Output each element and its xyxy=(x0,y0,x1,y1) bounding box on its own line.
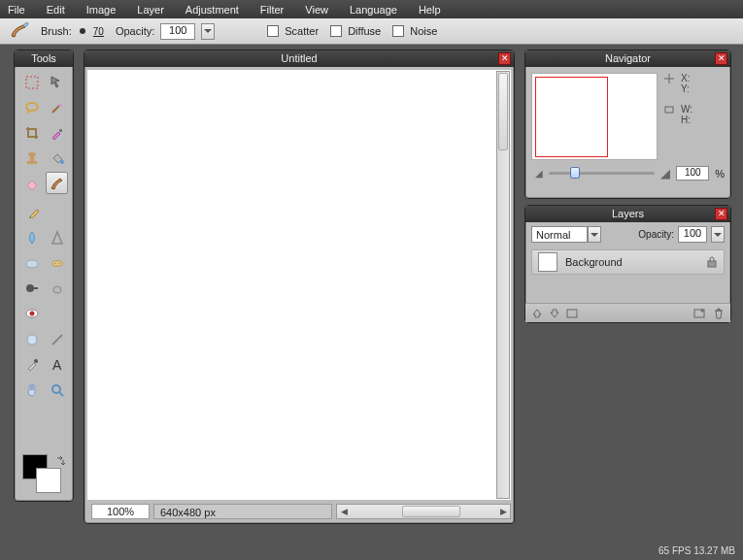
navigator-zoom-value[interactable]: 100 xyxy=(676,166,709,181)
zoom-tool[interactable] xyxy=(46,379,68,401)
layer-down-icon[interactable] xyxy=(549,308,560,319)
menu-adjustment[interactable]: Adjustment xyxy=(186,4,239,16)
heal-tool[interactable] xyxy=(46,251,68,274)
opacity-label: Opacity: xyxy=(116,25,154,37)
menu-image[interactable]: Image xyxy=(86,4,117,16)
lock-icon[interactable] xyxy=(706,256,718,268)
eyedropper-tool[interactable] xyxy=(20,353,43,376)
zoom-slider-knob[interactable] xyxy=(570,167,580,179)
color-picker-tool[interactable] xyxy=(46,121,68,144)
diffuse-option[interactable]: Diffuse xyxy=(330,25,381,37)
navigator-title-bar[interactable]: Navigator xyxy=(525,50,730,67)
line-tool[interactable] xyxy=(46,328,68,350)
lasso-tool[interactable] xyxy=(20,96,43,118)
layer-up-icon[interactable] xyxy=(531,308,543,319)
menu-bar: File Edit Image Layer Adjustment Filter … xyxy=(0,0,743,18)
menu-view[interactable]: View xyxy=(305,4,328,16)
svg-point-8 xyxy=(26,260,38,268)
close-navigator-button[interactable] xyxy=(715,52,727,65)
fill-tool[interactable] xyxy=(46,147,68,169)
diffuse-checkbox[interactable] xyxy=(330,25,342,37)
menu-help[interactable]: Help xyxy=(419,4,441,16)
noise-checkbox[interactable] xyxy=(392,25,404,37)
noise-option[interactable]: Noise xyxy=(392,25,437,37)
layer-fx-icon[interactable] xyxy=(566,308,580,319)
burn-tool[interactable] xyxy=(46,277,68,299)
svg-point-6 xyxy=(28,152,36,156)
brush-label: Brush: xyxy=(41,25,72,37)
scatter-option[interactable]: Scatter xyxy=(267,25,319,37)
shape-tool[interactable] xyxy=(20,328,43,350)
blend-mode-select[interactable]: Normal xyxy=(531,226,588,243)
menu-edit[interactable]: Edit xyxy=(47,4,65,16)
swap-colors-icon[interactable] xyxy=(55,454,67,466)
menu-language[interactable]: Language xyxy=(350,4,397,16)
text-tool[interactable]: A xyxy=(46,353,68,376)
canvas[interactable] xyxy=(87,70,511,500)
svg-point-11 xyxy=(58,262,59,263)
scroll-left-arrow[interactable]: ◀ xyxy=(337,505,351,518)
brush-size-value[interactable]: 70 xyxy=(93,26,104,37)
scatter-checkbox[interactable] xyxy=(267,25,279,37)
nav-h-label: H: xyxy=(681,115,691,125)
layer-item[interactable]: Background xyxy=(531,249,725,275)
vertical-scroll-thumb[interactable] xyxy=(498,73,508,150)
svg-rect-9 xyxy=(52,261,62,266)
marquee-tool[interactable] xyxy=(20,71,43,93)
layer-opacity-dropdown[interactable] xyxy=(711,226,725,243)
new-layer-icon[interactable] xyxy=(693,308,707,319)
brush-dot-icon xyxy=(78,26,87,36)
layers-title-bar[interactable]: Layers xyxy=(525,206,730,222)
hand-tool[interactable] xyxy=(20,379,43,401)
nav-y-label: Y: xyxy=(681,83,690,94)
brush-icon xyxy=(10,22,29,40)
blur-tool[interactable] xyxy=(20,226,43,248)
horizontal-scroll-thumb[interactable] xyxy=(402,506,460,517)
svg-point-15 xyxy=(29,311,34,315)
scroll-right-arrow[interactable]: ▶ xyxy=(496,505,510,518)
redeye-tool[interactable] xyxy=(20,302,43,324)
crop-tool[interactable] xyxy=(20,121,43,144)
close-layers-button[interactable] xyxy=(715,208,727,220)
svg-point-0 xyxy=(80,28,85,34)
layers-panel: Layers Normal Opacity: 100 Background xyxy=(524,205,731,323)
layer-name[interactable]: Background xyxy=(565,256,623,268)
close-document-button[interactable] xyxy=(498,52,511,65)
layer-opacity-input[interactable]: 100 xyxy=(678,226,707,243)
opacity-input[interactable]: 100 xyxy=(160,23,195,40)
nav-x-label: X: xyxy=(681,73,690,83)
position-icon xyxy=(663,73,675,84)
pencil-tool[interactable] xyxy=(23,200,46,222)
delete-layer-icon[interactable] xyxy=(713,308,725,319)
vertical-scrollbar[interactable] xyxy=(496,71,510,499)
sponge-tool[interactable] xyxy=(20,251,43,274)
eraser-tool[interactable] xyxy=(20,172,43,194)
sharpen-tool[interactable] xyxy=(46,226,68,248)
dodge-tool[interactable] xyxy=(20,277,43,299)
navigator-info: X:Y: W:H: xyxy=(663,73,692,160)
brush-tool[interactable] xyxy=(46,172,68,194)
blend-mode-dropdown[interactable] xyxy=(588,226,601,243)
scatter-label: Scatter xyxy=(285,25,319,37)
horizontal-scrollbar[interactable]: ◀ ▶ xyxy=(336,504,511,519)
zoom-slider[interactable] xyxy=(549,172,655,175)
layer-thumbnail[interactable] xyxy=(538,252,557,272)
navigator-preview[interactable] xyxy=(531,73,658,160)
menu-layer[interactable]: Layer xyxy=(137,4,164,16)
wand-tool[interactable] xyxy=(46,96,68,118)
zoom-out-icon[interactable]: ◢ xyxy=(535,168,543,179)
background-color[interactable] xyxy=(36,468,61,493)
stamp-tool[interactable] xyxy=(20,147,43,169)
navigator-viewport-rect[interactable] xyxy=(535,77,608,157)
zoom-field[interactable]: 100% xyxy=(91,504,150,519)
opacity-control: Opacity: 100 xyxy=(116,23,215,40)
move-tool[interactable] xyxy=(46,71,68,93)
svg-rect-3 xyxy=(59,129,62,132)
menu-filter[interactable]: Filter xyxy=(260,4,284,16)
zoom-in-icon[interactable]: ◢ xyxy=(660,166,670,181)
menu-file[interactable]: File xyxy=(8,4,25,16)
opacity-dropdown[interactable] xyxy=(201,23,215,40)
document-title-bar[interactable]: Untitled xyxy=(84,50,514,67)
layers-title: Layers xyxy=(612,208,644,219)
svg-point-2 xyxy=(26,103,38,111)
